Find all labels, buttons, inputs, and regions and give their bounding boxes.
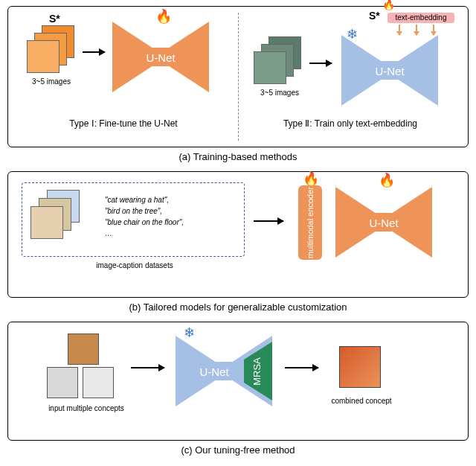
input-thumb-3 [83, 367, 114, 398]
panel-a-divider [238, 13, 239, 141]
panel-b: "cat wearing a hat", "bird on the tree",… [7, 171, 469, 298]
output-image [339, 346, 381, 388]
caption-line-2: "blue chair on the floor", [105, 217, 184, 228]
mrsa-label: MRSA [251, 357, 263, 386]
dataset-label: image-caption datasets [79, 261, 190, 269]
s-star-right: S* [369, 10, 380, 22]
arrow-a-left [83, 51, 105, 53]
unet-b: U-Net [335, 187, 432, 258]
caption-line-3: … [105, 228, 184, 239]
emb-arrow-2 [416, 25, 417, 35]
caption-lines: "cat wearing a hat", "bird on the tree",… [105, 194, 184, 239]
multimodal-encoder-label: multimodal encoder [306, 187, 315, 258]
fire-icon: 🔥 [379, 173, 395, 187]
img-count-a-left: 3~5 images [22, 77, 81, 86]
arrow-c-2 [285, 367, 318, 368]
caption-c: (c) Our tuning-free method [0, 444, 476, 456]
arrow-a-right [309, 63, 332, 64]
unet-label-c: U-Net [199, 365, 228, 377]
type2-label: Type Ⅱ: Train only text-embedding [246, 118, 454, 129]
unet-label-a-left: U-Net [146, 51, 175, 63]
image-stack-a-left [27, 25, 79, 77]
unet-a-left: U-Net [112, 22, 209, 92]
output-label: combined concept [321, 397, 402, 405]
type1-label: Type Ⅰ: Fine-tune the U-Net [23, 118, 224, 129]
image-stack-a-right [254, 36, 306, 89]
fire-icon: 🔥 [303, 172, 319, 185]
multimodal-encoder: multimodal encoder [298, 185, 322, 260]
arrow-c-1 [131, 367, 164, 368]
unet-c: U-Net MRSA [176, 336, 272, 406]
emb-arrow-1 [399, 25, 400, 35]
input-multi-label: input multiple concepts [42, 404, 131, 412]
input-thumb-2 [47, 367, 78, 398]
text-embedding-box: text-embedding [387, 13, 454, 23]
fire-icon: 🔥 [155, 10, 172, 23]
snowflake-icon: ❄ [347, 28, 358, 41]
caption-a: (a) Training-based methods [0, 151, 476, 162]
image-stack-b [30, 190, 83, 242]
snowflake-icon: ❄ [184, 326, 195, 339]
img-count-a-right: 3~5 images [250, 89, 309, 97]
caption-line-0: "cat wearing a hat", [105, 194, 184, 205]
unet-label-b: U-Net [369, 216, 398, 229]
panel-a: S* 3~5 images U-Net 🔥 Type Ⅰ: Fine-tune … [7, 6, 469, 147]
emb-arrow-3 [433, 25, 434, 35]
fire-icon: 🔥 [382, 0, 395, 10]
caption-line-1: "bird on the tree", [105, 205, 184, 217]
panel-c: input multiple concepts U-Net MRSA ❄ com… [7, 322, 469, 441]
caption-b: (b) Tailored models for generalizable cu… [0, 301, 476, 313]
input-thumb-1 [68, 333, 99, 365]
s-star-left: S* [49, 13, 60, 25]
unet-a-right: U-Net [341, 35, 438, 106]
arrow-b [254, 220, 283, 222]
unet-label-a-right: U-Net [375, 64, 404, 77]
